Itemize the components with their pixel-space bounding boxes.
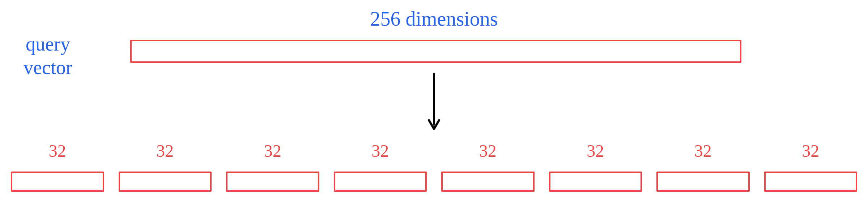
sub-vector-2: 32 xyxy=(226,141,319,192)
sub-vector-7: 32 xyxy=(764,141,858,192)
sub-vector-box xyxy=(226,172,319,192)
sub-vector-label: 32 xyxy=(479,141,497,161)
sub-vector-label: 32 xyxy=(49,141,66,161)
split-arrow-icon xyxy=(427,70,441,135)
sub-vector-label: 32 xyxy=(802,141,819,161)
sub-vector-3: 32 xyxy=(334,141,427,192)
sub-vector-label: 32 xyxy=(264,141,281,161)
sub-vector-0: 32 xyxy=(11,141,104,192)
sub-vector-4: 32 xyxy=(441,141,535,192)
dimensions-label: 256 dimensions xyxy=(370,7,498,30)
sub-vectors-row: 32 32 32 32 32 32 32 32 xyxy=(11,141,857,192)
sub-vector-box xyxy=(764,172,858,192)
sub-vector-label: 32 xyxy=(694,141,712,161)
query-vector-label: query vector xyxy=(24,32,72,79)
sub-vector-box xyxy=(334,172,427,192)
sub-vector-box xyxy=(549,172,642,192)
sub-vector-box xyxy=(441,172,535,192)
sub-vector-box xyxy=(119,172,212,192)
sub-vector-5: 32 xyxy=(549,141,642,192)
sub-vector-box xyxy=(11,172,104,192)
sub-vector-label: 32 xyxy=(371,141,389,161)
sub-vector-box xyxy=(656,172,750,192)
full-query-vector-box xyxy=(130,40,741,63)
query-vector-text-line1: query vector xyxy=(24,33,72,78)
sub-vector-label: 32 xyxy=(587,141,604,161)
sub-vector-1: 32 xyxy=(119,141,212,192)
sub-vector-6: 32 xyxy=(656,141,750,192)
vector-split-diagram: query vector 256 dimensions 32 32 32 32 … xyxy=(0,0,868,208)
sub-vector-label: 32 xyxy=(156,141,174,161)
